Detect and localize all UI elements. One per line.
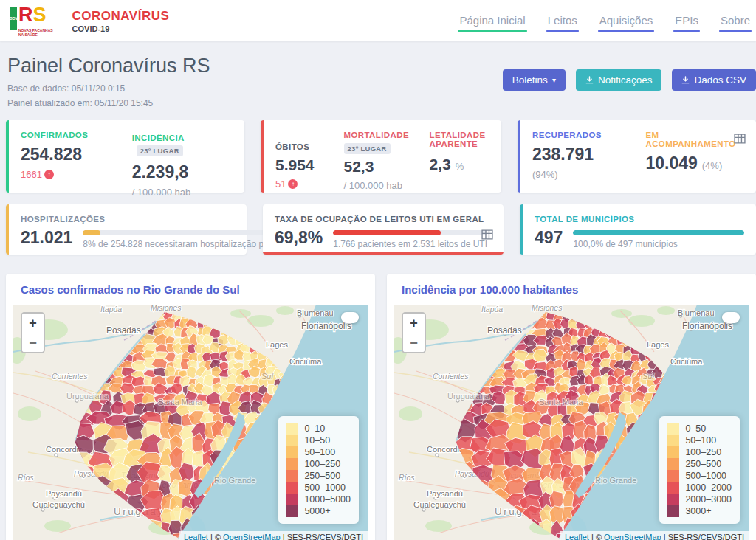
stat-unit: % [456, 161, 464, 172]
legend-row: 250–500 [667, 458, 732, 470]
legend-label: 0–10 [304, 423, 325, 434]
page-hero: Painel Coronavírus RS Base de dados: 05/… [0, 41, 756, 120]
stat-delta: 1661↑ [21, 169, 54, 180]
legend-row: 2000–3000 [667, 494, 732, 505]
brand-title: CORONAVÍRUS [72, 9, 170, 24]
legend-swatch [667, 505, 679, 517]
stat-value: 52,3 [344, 158, 374, 176]
rank-badge: 23º LUGAR [344, 143, 391, 154]
stat-value: 2,3 [430, 156, 451, 173]
zoom-control: + − [21, 312, 45, 353]
attribution-separator: | © [589, 533, 604, 540]
stat-value: 497 [535, 228, 563, 249]
table-icon[interactable] [734, 134, 746, 144]
site-brand: CORONAVÍRUS COVID-19 [72, 9, 170, 33]
stat-label: EM ACOMPANHAMENTO [645, 131, 744, 148]
notificacoes-button[interactable]: Notificações [576, 69, 662, 91]
progress-track [573, 230, 744, 235]
stat-value: 2.239,8 [132, 162, 189, 182]
map-title: Casos confirmados no Rio Grande do Sul [6, 274, 375, 305]
legend-swatch [667, 446, 679, 458]
top-header: GOV RS NOVAS FAÇANHAS NA SAÚDE CORONAVÍR… [0, 0, 756, 41]
progress-track [333, 230, 487, 235]
map-legend: 0–1010–5050–100100–250250–500500–1000100… [278, 416, 359, 524]
stat-value: 5.954 [275, 156, 315, 174]
stat-label: RECUPERADOS [532, 131, 617, 139]
legend-label: 250–500 [685, 459, 721, 469]
arrow-up-circle-icon: ↑ [44, 170, 54, 179]
legend-swatch [667, 494, 679, 505]
nav-leitos[interactable]: Leitos [546, 1, 579, 41]
osm-link[interactable]: OpenStreetMap [223, 533, 281, 540]
legend-row: 3000+ [667, 505, 732, 517]
rank-badge: 23º LUGAR [137, 145, 183, 156]
legend-row: 250–500 [286, 470, 351, 482]
attribution-separator: | © [208, 533, 223, 540]
stats-row-1: CONFIRMADOS 254.828 1661↑ INCIDÊNCIA 23º… [6, 120, 756, 193]
stat-caption: 100,0% de 497 municípios [573, 239, 744, 249]
stat-label: ÓBITOS [275, 142, 329, 151]
rs-gov-logo[interactable]: GOV RS NOVAS FAÇANHAS NA SAÚDE [10, 5, 53, 37]
table-icon[interactable] [481, 229, 493, 240]
brand-subtitle: COVID-19 [72, 24, 170, 33]
legend-row: 1000–2000 [667, 482, 732, 494]
leaflet-map-incidencia[interactable]: ItapúaMisionesPosadasBlumenauFlorianópol… [394, 305, 749, 540]
map-place-label: Uruguaiana [66, 392, 109, 401]
layers-toggle[interactable] [341, 312, 359, 323]
osm-link[interactable]: OpenStreetMap [604, 533, 662, 540]
legend-swatch [286, 423, 298, 435]
stat-value: 69,8% [275, 228, 323, 249]
zoom-out-button[interactable]: − [403, 333, 425, 352]
leaflet-link[interactable]: Leaflet [184, 533, 208, 540]
map-place-label: Paysandú [46, 489, 82, 498]
stat-value: 238.791 [532, 145, 594, 165]
legend-swatch [286, 505, 298, 517]
legend-swatch [667, 482, 679, 494]
map-card-casos: Casos confirmados no Rio Grande do Sul I… [6, 274, 375, 540]
map-legend: 0–5050–100100–250250–500500–10001000–200… [659, 416, 740, 524]
boletins-button[interactable]: Boletins▾ [503, 69, 566, 91]
stat-acompanhamento: EM ACOMPANHAMENTO 10.049 (4%) [645, 131, 744, 180]
leaflet-map-casos[interactable]: ItapúaMisionesPosadasBlumenauFlorianópol… [13, 305, 368, 540]
zoom-in-button[interactable]: + [403, 314, 425, 333]
rs-letters: RS [18, 5, 53, 27]
arrow-up-circle-icon: ↑ [288, 179, 298, 189]
map-place-label: Misiones [151, 305, 182, 312]
map-place-label: Blumenau [678, 308, 715, 317]
dados-csv-button[interactable]: Dados CSV [672, 69, 756, 91]
map-place-label: Ríos [18, 473, 34, 482]
map-attribution: Leaflet | © OpenStreetMap | SES-RS/CEVS/… [179, 531, 368, 540]
legend-swatch [286, 470, 298, 482]
map-attribution: Leaflet | © OpenStreetMap | SES-RS/CEVS/… [560, 531, 749, 540]
stat-obitos: ÓBITOS 5.954 51↑ [275, 142, 329, 191]
nav-pagina-inicial[interactable]: Página Inicial [458, 1, 526, 41]
zoom-out-button[interactable]: − [22, 333, 44, 352]
legend-label: 500–1000 [304, 482, 346, 493]
legend-row: 50–100 [667, 435, 732, 446]
map-place-label: Misiones [532, 305, 563, 312]
nav-sobre[interactable]: Sobre [719, 1, 752, 41]
legend-label: 10–50 [304, 435, 330, 446]
legend-row: 500–1000 [667, 470, 732, 482]
nav-epis[interactable]: EPIs [673, 1, 700, 41]
legend-label: 1000–5000 [304, 494, 351, 505]
legend-label: 100–250 [304, 459, 340, 469]
stat-delta: 51↑ [275, 179, 298, 190]
stat-percent: (94%) [532, 169, 558, 180]
leaflet-link[interactable]: Leaflet [565, 533, 589, 540]
legend-label: 100–250 [685, 447, 721, 457]
legend-label: 50–100 [685, 435, 716, 446]
map-card-incidencia: Incidência por 100.000 habitantes Itapúa… [387, 274, 756, 540]
stat-mortalidade: MORTALIDADE 23º LUGAR 52,3 / 100.000 hab [344, 131, 415, 191]
map-title: Incidência por 100.000 habitantes [387, 274, 756, 305]
stat-label: INCIDÊNCIA [132, 134, 185, 142]
map-place-label: Posadas [106, 325, 141, 336]
nav-aquisicoes[interactable]: Aquisições [598, 1, 655, 41]
legend-label: 500–1000 [685, 471, 726, 481]
layers-toggle[interactable] [722, 312, 740, 323]
stat-label: TOTAL DE MUNICÍPIOS [535, 215, 744, 224]
zoom-in-button[interactable]: + [22, 314, 44, 333]
legend-row: 1000–5000 [286, 494, 351, 505]
stat-recuperados: RECUPERADOS 238.791 (94%) [532, 131, 617, 180]
map-place-label: Rio Grande [214, 476, 255, 485]
